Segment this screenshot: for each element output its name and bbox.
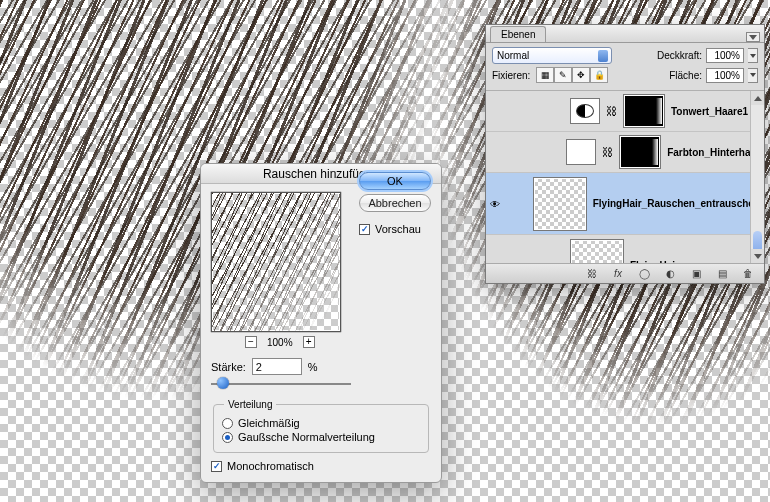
lock-all-icon[interactable]: 🔒 xyxy=(590,67,608,83)
monochrome-label: Monochromatisch xyxy=(227,460,314,472)
layer-row[interactable]: ⛓ Tonwert_Haare1 xyxy=(486,91,764,132)
visibility-toggle[interactable] xyxy=(492,261,506,264)
layers-panel: Ebenen Normal Deckkraft: 100% Fixieren: … xyxy=(485,24,765,284)
radio-uniform-indicator xyxy=(222,418,233,429)
panel-tab-bar: Ebenen xyxy=(486,25,764,43)
radio-gaussian-indicator xyxy=(222,432,233,443)
strength-label: Stärke: xyxy=(211,361,246,373)
panel-menu-icon[interactable] xyxy=(746,32,760,42)
layer-name[interactable]: Farbton_Hinterhaar xyxy=(667,147,760,158)
fx-icon[interactable]: fx xyxy=(610,267,626,281)
layer-name[interactable]: FlyingHair_Rauschen_entrauschen xyxy=(593,198,760,209)
layers-footer: ⛓ fx ◯ ◐ ▣ ▤ 🗑 xyxy=(486,263,764,283)
layer-thumbnail[interactable] xyxy=(570,98,600,124)
zoom-out-button[interactable]: − xyxy=(245,336,257,348)
blend-mode-select[interactable]: Normal xyxy=(492,47,612,64)
zoom-percent: 100% xyxy=(267,337,293,348)
strength-unit: % xyxy=(308,361,318,373)
layer-name[interactable]: Tonwert_Haare1 xyxy=(671,106,748,117)
fill-stepper[interactable] xyxy=(748,68,758,83)
visibility-toggle[interactable] xyxy=(490,199,504,209)
radio-gaussian[interactable]: Gaußsche Normalverteilung xyxy=(222,430,420,444)
visibility-toggle[interactable] xyxy=(492,106,506,116)
strength-input[interactable] xyxy=(252,358,302,375)
visibility-toggle[interactable] xyxy=(492,147,506,157)
scroll-down-icon[interactable] xyxy=(751,249,764,263)
opacity-input[interactable]: 100% xyxy=(706,48,744,63)
layer-thumbnail[interactable] xyxy=(566,139,596,165)
trash-icon[interactable]: 🗑 xyxy=(740,267,756,281)
layer-thumbnail[interactable] xyxy=(570,239,624,264)
layer-thumbnail[interactable] xyxy=(533,177,587,231)
lock-label: Fixieren: xyxy=(492,70,530,81)
adjustment-icon[interactable]: ◐ xyxy=(662,267,678,281)
link-layers-icon[interactable]: ⛓ xyxy=(584,267,600,281)
preview-checkbox[interactable]: Vorschau xyxy=(359,222,431,236)
radio-gaussian-label: Gaußsche Normalverteilung xyxy=(238,431,375,443)
preview-checkbox-indicator xyxy=(359,224,370,235)
opacity-label: Deckkraft: xyxy=(657,50,702,61)
cancel-button[interactable]: Abbrechen xyxy=(359,194,431,212)
preview-checkbox-label: Vorschau xyxy=(375,223,421,235)
ok-button[interactable]: OK xyxy=(359,172,431,190)
distribution-legend: Verteilung xyxy=(224,399,276,410)
mask-thumbnail[interactable] xyxy=(619,135,661,169)
group-icon[interactable]: ▣ xyxy=(688,267,704,281)
opacity-stepper[interactable] xyxy=(748,48,758,63)
mask-thumbnail[interactable] xyxy=(623,94,665,128)
layers-list: ⛓ Tonwert_Haare1 ⛓ Farbton_Hinterhaar Fl… xyxy=(486,91,764,263)
zoom-in-button[interactable]: + xyxy=(303,336,315,348)
lock-move-icon[interactable]: ✥ xyxy=(572,67,590,83)
layer-row[interactable]: FlyingHair_Rauschen_entrauschen xyxy=(486,173,764,235)
preview-thumbnail[interactable] xyxy=(211,192,341,332)
slider-thumb[interactable] xyxy=(217,377,229,389)
link-icon: ⛓ xyxy=(602,146,613,158)
monochrome-indicator xyxy=(211,461,222,472)
scroll-up-icon[interactable] xyxy=(751,91,764,105)
link-icon: ⛓ xyxy=(606,105,617,117)
strength-slider[interactable] xyxy=(211,377,351,391)
mask-icon[interactable]: ◯ xyxy=(636,267,652,281)
lock-transparent-icon[interactable]: ▦ xyxy=(536,67,554,83)
layer-name[interactable]: FlyingHair xyxy=(630,260,679,263)
new-layer-icon[interactable]: ▤ xyxy=(714,267,730,281)
radio-uniform[interactable]: Gleichmäßig xyxy=(222,416,420,430)
fill-input[interactable]: 100% xyxy=(706,68,744,83)
add-noise-dialog: Rauschen hinzufügen − 100% + Stärke: % V… xyxy=(200,163,442,483)
layer-row[interactable]: ⛓ Farbton_Hinterhaar xyxy=(486,132,764,173)
monochrome-checkbox[interactable]: Monochromatisch xyxy=(211,459,431,473)
distribution-group: Verteilung Gleichmäßig Gaußsche Normalve… xyxy=(213,399,429,453)
fill-label: Fläche: xyxy=(669,70,702,81)
tab-layers[interactable]: Ebenen xyxy=(490,26,546,42)
layer-row[interactable]: FlyingHair xyxy=(486,235,764,263)
blend-mode-value: Normal xyxy=(497,50,529,61)
layers-scrollbar[interactable] xyxy=(750,91,764,263)
radio-uniform-label: Gleichmäßig xyxy=(238,417,300,429)
lock-paint-icon[interactable]: ✎ xyxy=(554,67,572,83)
